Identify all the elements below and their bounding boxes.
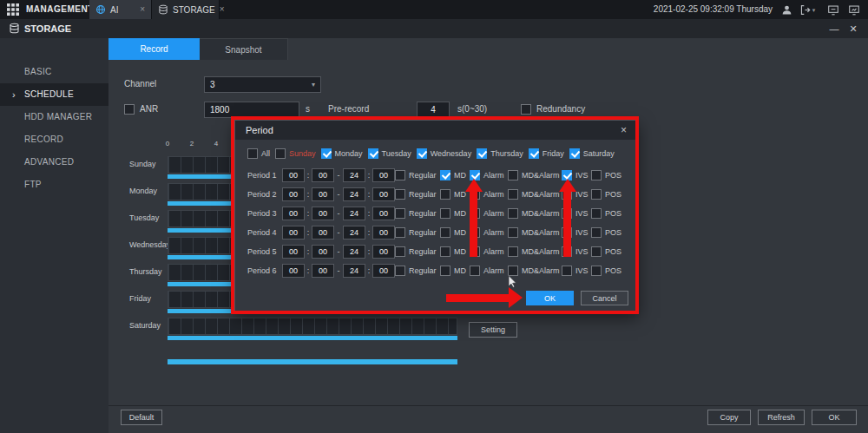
setting-button[interactable]: Setting: [469, 322, 517, 338]
md-alarm-checkbox[interactable]: [508, 170, 518, 180]
regular-checkbox[interactable]: [395, 246, 405, 257]
apps-grid-icon[interactable]: [7, 3, 19, 16]
start-hour-input[interactable]: [282, 207, 305, 220]
md-alarm-checkbox[interactable]: [508, 246, 518, 257]
day-check-monday[interactable]: Monday: [321, 148, 363, 159]
friday-checkbox[interactable]: [529, 148, 539, 159]
display-settings-icon[interactable]: [847, 3, 861, 16]
copy-button[interactable]: Copy: [707, 410, 751, 425]
start-min-input[interactable]: [312, 187, 334, 201]
dialog-cancel-button[interactable]: Cancel: [581, 291, 628, 305]
saturday-checkbox[interactable]: [569, 148, 580, 159]
ivs-checkbox[interactable]: [562, 170, 572, 180]
end-min-input[interactable]: [372, 226, 395, 239]
end-hour-input[interactable]: [343, 168, 365, 182]
start-min-input[interactable]: [312, 245, 334, 259]
dialog-close-icon[interactable]: ×: [621, 124, 627, 136]
start-hour-input[interactable]: [282, 245, 305, 259]
md-checkbox[interactable]: [440, 170, 450, 180]
md-checkbox[interactable]: [440, 208, 450, 219]
ivs-checkbox[interactable]: [562, 227, 572, 238]
anr-checkbox[interactable]: [124, 104, 135, 115]
md-alarm-checkbox[interactable]: [508, 227, 518, 238]
ok-button[interactable]: OK: [812, 410, 857, 425]
ivs-checkbox[interactable]: [562, 266, 572, 276]
prerecord-input[interactable]: [417, 102, 450, 118]
alarm-checkbox[interactable]: [470, 227, 480, 238]
tab-snapshot[interactable]: Snapshot: [200, 38, 288, 60]
channel-select[interactable]: 3 ▾: [204, 76, 321, 93]
alarm-checkbox[interactable]: [470, 189, 480, 200]
start-hour-input[interactable]: [282, 226, 305, 239]
sidebar-item-record[interactable]: RECORD: [0, 128, 108, 151]
screen-switch-icon[interactable]: [826, 3, 840, 16]
start-hour-input[interactable]: [282, 187, 305, 201]
pos-checkbox[interactable]: [591, 227, 602, 238]
start-min-input[interactable]: [312, 226, 334, 239]
sidebar-item-basic[interactable]: BASIC: [0, 61, 108, 83]
sidebar-item-hdd-manager[interactable]: HDD MANAGER: [0, 106, 108, 128]
end-hour-input[interactable]: [343, 207, 365, 220]
start-hour-input[interactable]: [282, 264, 305, 278]
end-hour-input[interactable]: [343, 226, 365, 239]
regular-checkbox[interactable]: [395, 170, 405, 180]
day-check-tuesday[interactable]: Tuesday: [368, 148, 411, 159]
sunday-checkbox[interactable]: [275, 148, 286, 159]
regular-checkbox[interactable]: [395, 208, 405, 219]
pos-checkbox[interactable]: [591, 208, 602, 219]
start-hour-input[interactable]: [282, 168, 305, 182]
day-check-wednesday[interactable]: Wednesday: [417, 148, 471, 159]
end-min-input[interactable]: [372, 264, 395, 278]
refresh-button[interactable]: Refresh: [758, 410, 805, 425]
end-hour-input[interactable]: [343, 187, 365, 201]
thursday-checkbox[interactable]: [477, 148, 487, 159]
md-alarm-checkbox[interactable]: [508, 208, 518, 219]
tab-record[interactable]: Record: [108, 38, 200, 60]
end-min-input[interactable]: [372, 207, 395, 220]
end-hour-input[interactable]: [343, 264, 365, 278]
pos-checkbox[interactable]: [591, 266, 602, 276]
default-button[interactable]: Default: [121, 410, 162, 425]
alarm-checkbox[interactable]: [470, 266, 480, 276]
day-check-all[interactable]: All: [247, 148, 270, 159]
top-tab-storage[interactable]: STORAGE ×: [152, 0, 220, 19]
pos-checkbox[interactable]: [591, 170, 602, 180]
logout-icon[interactable]: ▾: [797, 3, 818, 16]
end-min-input[interactable]: [372, 187, 395, 201]
regular-checkbox[interactable]: [395, 266, 405, 276]
day-check-thursday[interactable]: Thursday: [477, 148, 523, 159]
user-icon[interactable]: [779, 3, 793, 16]
pos-checkbox[interactable]: [591, 189, 602, 200]
day-check-friday[interactable]: Friday: [529, 148, 564, 159]
sidebar-item-schedule[interactable]: ›SCHEDULE: [0, 83, 108, 106]
top-tab-ai-close-icon[interactable]: ×: [140, 5, 145, 14]
end-min-input[interactable]: [372, 168, 395, 182]
alarm-checkbox[interactable]: [470, 246, 480, 257]
minimize-icon[interactable]: —: [826, 19, 842, 38]
redundancy-checkbox[interactable]: [521, 104, 531, 115]
dialog-ok-button[interactable]: OK: [526, 291, 574, 305]
timeline-grid-saturday[interactable]: [168, 318, 457, 335]
wednesday-checkbox[interactable]: [417, 148, 427, 159]
anr-input[interactable]: [204, 102, 299, 118]
regular-checkbox[interactable]: [395, 227, 405, 238]
end-hour-input[interactable]: [343, 245, 365, 259]
all-checkbox[interactable]: [247, 148, 258, 159]
day-check-sunday[interactable]: Sunday: [275, 148, 316, 159]
window-close-icon[interactable]: ✕: [845, 19, 861, 38]
md-checkbox[interactable]: [440, 266, 450, 276]
alarm-checkbox[interactable]: [470, 208, 480, 219]
start-min-input[interactable]: [312, 168, 334, 182]
ivs-checkbox[interactable]: [562, 189, 572, 200]
pos-checkbox[interactable]: [591, 246, 602, 257]
sidebar-item-advanced[interactable]: ADVANCED: [0, 151, 108, 174]
md-alarm-checkbox[interactable]: [508, 266, 518, 276]
md-checkbox[interactable]: [440, 227, 450, 238]
tuesday-checkbox[interactable]: [368, 148, 378, 159]
alarm-checkbox[interactable]: [470, 170, 480, 180]
md-checkbox[interactable]: [440, 189, 450, 200]
start-min-input[interactable]: [312, 264, 334, 278]
top-tab-ai[interactable]: AI ×: [89, 0, 152, 19]
ivs-checkbox[interactable]: [562, 246, 572, 257]
ivs-checkbox[interactable]: [562, 208, 572, 219]
